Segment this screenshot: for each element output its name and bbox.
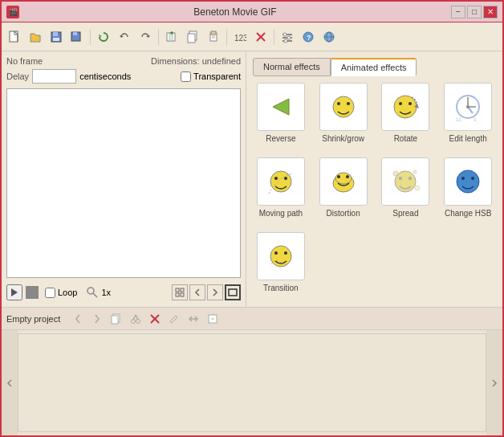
right-panel: Normal effects Animated effects Reverse [246,51,502,307]
delete-button[interactable] [251,27,270,47]
undo-button[interactable] [115,27,134,47]
svg-point-72 [471,177,474,180]
transparent-checkbox[interactable] [181,71,191,82]
separator-3 [226,29,227,45]
delete-bottom-button[interactable] [147,311,163,327]
svg-point-44 [337,102,340,105]
effect-moving-path-thumb [257,157,305,206]
bottom-toolbar: Empty project [2,308,502,330]
maximize-button[interactable]: □ [467,6,482,18]
svg-point-59 [284,177,287,180]
save-button[interactable] [47,27,66,47]
effect-edit-length[interactable]: 12 3 Edit length [440,83,496,151]
open-button[interactable] [26,27,45,47]
nav-end-button[interactable] [225,284,241,300]
tab-animated-effects[interactable]: Animated effects [331,58,417,76]
loop-label: Loop [58,288,77,297]
svg-rect-77 [112,316,118,324]
window-controls: − □ ✕ [451,6,498,18]
resize-button[interactable]: 123 [230,27,250,47]
nav-next-button[interactable] [207,284,223,300]
play-button[interactable] [6,284,22,300]
effect-transition[interactable]: Transition [253,232,309,300]
effect-change-hsb-thumb [444,157,492,206]
frame-canvas [6,88,241,278]
svg-text:3: 3 [474,117,477,122]
project-label: Empty project [6,314,60,324]
svg-point-48 [408,102,412,105]
copy-bottom-button[interactable] [108,311,124,327]
svg-marker-42 [273,99,289,115]
svg-point-58 [274,177,278,180]
effect-edit-length-thumb: 12 3 [444,83,492,131]
web-button[interactable] [319,27,339,47]
close-button[interactable]: ✕ [483,6,498,18]
svg-point-46 [394,96,417,118]
add-frame-button[interactable] [162,27,181,47]
effect-distortion[interactable]: Distortion [315,157,372,226]
effect-change-hsb-label: Change HSB [445,209,491,218]
frames-area [2,330,502,435]
effect-spread-thumb [381,157,429,206]
nav-fit-button[interactable] [172,284,188,300]
svg-point-75 [284,251,287,255]
svg-rect-7 [73,32,77,35]
effect-reverse[interactable]: Reverse [253,83,309,151]
frames-content [18,333,486,432]
effect-spread[interactable]: Spread [378,157,434,226]
delay-label: Delay [6,71,29,81]
edit-bottom-button[interactable] [166,311,182,327]
svg-point-79 [136,319,140,323]
svg-line-36 [93,293,97,297]
effect-moving-path[interactable]: Moving path [253,157,309,226]
scroll-left-button[interactable] [2,330,18,435]
svg-rect-39 [176,293,179,296]
reload-button[interactable] [94,27,113,47]
effect-change-hsb[interactable]: Change HSB [440,157,496,226]
redo-button[interactable] [136,27,155,47]
svg-rect-34 [28,288,36,296]
move-bottom-button[interactable] [185,311,201,327]
dimensions-label: Dimensions: undefined [151,56,241,66]
animated-effects-grid: Reverse Shrink/grow [253,83,496,300]
svg-point-74 [274,251,278,255]
svg-point-66 [408,177,412,180]
scroll-right-button[interactable] [486,330,502,435]
effect-rotate[interactable]: Rotate [378,83,434,151]
effect-reverse-label: Reverse [266,134,295,143]
svg-rect-41 [229,289,237,296]
svg-line-84 [170,321,172,323]
prev-arrow-button[interactable] [70,311,86,327]
settings-button[interactable] [278,27,297,47]
svg-rect-40 [181,293,184,296]
svg-point-65 [399,177,402,180]
effects-tabs: Normal effects Animated effects [253,58,496,76]
copy-frame-button[interactable] [183,27,202,47]
svg-marker-33 [11,288,18,296]
new-button[interactable] [5,27,24,47]
svg-point-70 [457,170,479,193]
svg-rect-16 [211,31,216,35]
stop-button[interactable] [26,286,39,299]
svg-line-80 [133,315,136,320]
effect-transition-thumb [257,232,305,280]
nav-prev-button[interactable] [189,284,205,300]
export-bottom-button[interactable] [205,311,221,327]
svg-point-54 [466,105,469,108]
minimize-button[interactable]: − [451,6,465,18]
paste-button[interactable] [204,27,223,47]
transparent-checkbox-row: Transparent [181,71,241,82]
svg-point-69 [415,186,420,190]
effect-shrink-grow[interactable]: Shrink/grow [315,83,372,151]
next-arrow-button[interactable] [89,311,105,327]
delay-input[interactable] [32,69,76,84]
tab-normal-effects[interactable]: Normal effects [253,58,331,76]
svg-point-62 [337,175,340,178]
help-button[interactable]: ? [299,27,318,47]
svg-point-45 [347,102,350,105]
save-as-button[interactable]: + [67,27,87,47]
loop-checkbox[interactable] [45,288,55,298]
loop-row: Loop [45,288,77,298]
cut-button[interactable] [128,311,144,327]
svg-rect-4 [53,32,58,36]
